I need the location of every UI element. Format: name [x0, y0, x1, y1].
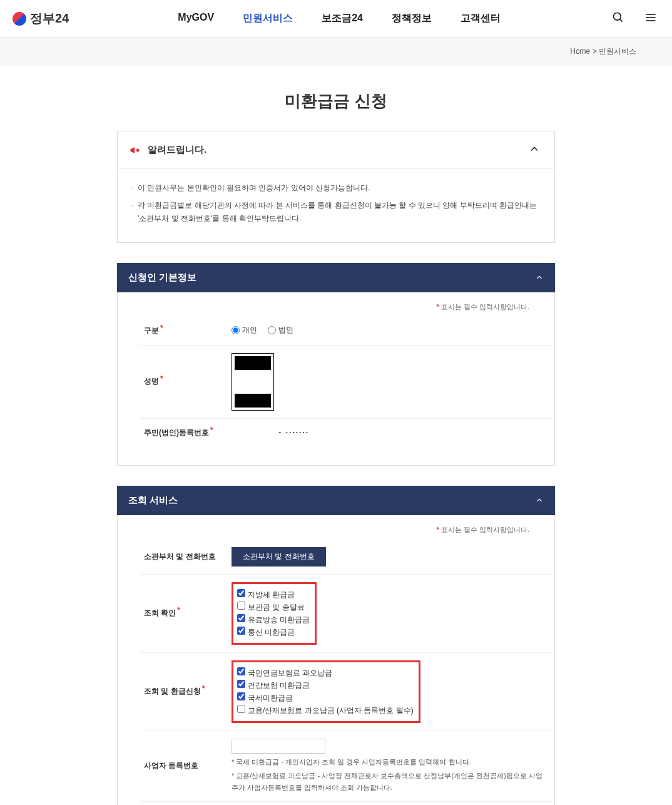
breadcrumb-home[interactable]: Home: [570, 47, 590, 56]
label-type: 구분: [144, 326, 159, 335]
hamburger-icon: [644, 11, 657, 24]
label-bizno: 사업자 등록번호: [144, 761, 198, 770]
name-value-redacted: [232, 353, 274, 411]
apply-options-group: 국민연금보험료 과오납금 건강보험 미환급금 국세미환급금 고용/산재보험료 과…: [232, 660, 420, 723]
required-note: 표시는 필수 입력사항입니다.: [441, 526, 529, 533]
svg-point-0: [614, 13, 621, 21]
chk-paytv[interactable]: 유료방송 미환급금: [237, 614, 310, 625]
chk-nhis-input[interactable]: [237, 680, 245, 688]
chk-custody-input[interactable]: [237, 602, 245, 610]
chk-nts-label: 국세미환급금: [248, 694, 293, 702]
menu-button[interactable]: [642, 9, 659, 28]
label-name: 성명: [144, 377, 159, 386]
page-title: 미환급금 신청: [0, 90, 672, 112]
section-basic-info: 신청인 기본정보 * 표시는 필수 입력사항입니다. 구분* 개인 법인 성명*: [117, 263, 555, 466]
section-lookup-service: 조회 서비스 * 표시는 필수 입력사항입니다. 소관부처 및 전화번호 소관부…: [117, 486, 555, 805]
bizno-note-1: * 국세 미환급금 - 개인사업자 조회 일 경우 사업자등록번호를 입력해야 …: [232, 756, 548, 768]
chk-nps-input[interactable]: [237, 667, 245, 675]
bizno-note-2: * 고용/산재보험료 과오납금 - 사업장 전체근로자 보수총액으로 산정납부(…: [232, 770, 548, 793]
radio-individual-input[interactable]: [232, 326, 240, 334]
check-options-group: 지방세 환급금 보관금 및 송달료 유료방송 미환급금 통신 미환급금: [232, 582, 317, 645]
chk-telecom[interactable]: 통신 미환급금: [237, 627, 310, 638]
notice-title: 알려드립니다.: [148, 144, 206, 156]
radio-corporate-input[interactable]: [268, 326, 276, 334]
site-logo[interactable]: 정부24: [13, 10, 69, 27]
chk-eiwc-input[interactable]: [237, 705, 245, 713]
chevron-up-icon: [528, 143, 541, 155]
dept-phone-button[interactable]: 소관부처 및 전화번호: [232, 547, 326, 567]
chk-nps-label: 국민연금보험료 과오납금: [248, 669, 332, 677]
nav-civil-service[interactable]: 민원서비스: [240, 6, 295, 31]
notice-item: 이 민원사무는 본인확인이 필요하며 인증서가 있어야 신청가능합니다.: [131, 182, 541, 195]
chevron-up-icon[interactable]: [535, 496, 544, 505]
radio-individual[interactable]: 개인: [232, 325, 257, 336]
chevron-up-icon[interactable]: [535, 273, 544, 282]
required-note: 표시는 필수 입력사항입니다.: [441, 303, 529, 310]
chk-nhis[interactable]: 건강보험 미환급금: [237, 680, 414, 691]
radio-individual-label: 개인: [242, 325, 257, 336]
chk-local-tax[interactable]: 지방세 환급금: [237, 589, 310, 600]
label-apply: 조회 및 환급신청: [144, 687, 201, 695]
chk-paytv-input[interactable]: [237, 614, 245, 622]
chk-paytv-label: 유료방송 미환급금: [248, 615, 310, 624]
chk-nhis-label: 건강보험 미환급금: [248, 681, 310, 690]
breadcrumb-current: 민원서비스: [599, 47, 636, 56]
radio-corporate-label: 법인: [278, 325, 293, 336]
label-rrn: 주민(법인)등록번호: [144, 428, 209, 437]
logo-mark-icon: [13, 12, 26, 26]
search-icon: [612, 11, 624, 24]
bizno-input[interactable]: [232, 739, 325, 754]
chk-telecom-input[interactable]: [237, 627, 245, 635]
chk-eiwc[interactable]: 고용/산재보험료 과오납금 (사업자 등록번호 필수): [237, 705, 414, 716]
breadcrumb-sep: >: [593, 47, 597, 56]
chk-local-tax-label: 지방세 환급금: [248, 590, 295, 599]
chk-telecom-label: 통신 미환급금: [248, 628, 295, 637]
label-check: 조회 확인: [144, 608, 176, 617]
nav-mygov[interactable]: MyGOV: [175, 6, 216, 31]
nav-subsidy24[interactable]: 보조금24: [319, 6, 365, 31]
chk-nts[interactable]: 국세미환급금: [237, 692, 414, 704]
chk-eiwc-label: 고용/산재보험료 과오납금 (사업자 등록번호 필수): [248, 706, 414, 715]
nav-policy[interactable]: 정책정보: [389, 6, 434, 31]
logo-text: 정부24: [30, 10, 69, 27]
chk-custody-label: 보관금 및 송달료: [248, 603, 305, 612]
chk-nps[interactable]: 국민연금보험료 과오납금: [237, 667, 414, 679]
rrn-masked: - ·······: [270, 428, 309, 437]
svg-point-5: [136, 148, 140, 151]
megaphone-icon: [129, 144, 141, 156]
section-title: 조회 서비스: [128, 495, 178, 506]
nav-support[interactable]: 고객센터: [458, 6, 503, 31]
breadcrumb: Home > 민원서비스: [23, 46, 649, 57]
search-button[interactable]: [609, 9, 627, 28]
main-nav: MyGOV 민원서비스 보조금24 정책정보 고객센터: [69, 6, 609, 31]
label-dept: 소관부처 및 전화번호: [144, 552, 216, 561]
notice-panel: 알려드립니다. 이 민원사무는 본인확인이 필요하며 인증서가 있어야 신청가능…: [117, 131, 555, 243]
chk-local-tax-input[interactable]: [237, 589, 245, 597]
notice-collapse-button[interactable]: [526, 140, 543, 160]
chk-nts-input[interactable]: [237, 692, 245, 700]
section-title: 신청인 기본정보: [128, 272, 196, 284]
radio-corporate[interactable]: 법인: [268, 325, 293, 336]
svg-line-1: [620, 19, 623, 22]
chk-custody[interactable]: 보관금 및 송달료: [237, 602, 310, 613]
notice-item: 각 미환급금별로 해당기관의 사정에 따라 본 서비스를 통해 환급신청이 불가…: [131, 199, 541, 226]
